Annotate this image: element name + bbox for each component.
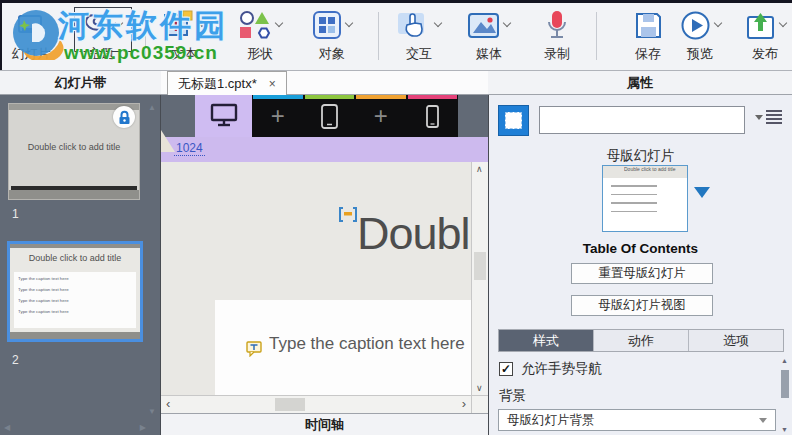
- vertical-scrollbar-thumb[interactable]: [474, 252, 486, 280]
- slide-2-caption-line: Type the caption text here: [18, 287, 135, 293]
- slides-icon: [16, 6, 46, 44]
- media-icon: [468, 6, 510, 44]
- text-button[interactable]: 文本: [153, 6, 215, 68]
- master-slide-thumbnail[interactable]: Double click to add title: [602, 165, 688, 232]
- breakpoint-strip-blue: [253, 95, 303, 99]
- scroll-down-icon[interactable]: [148, 407, 156, 416]
- properties-panel-header: 属性: [488, 70, 792, 95]
- document-tab-title: 无标题1.cptx*: [178, 75, 257, 93]
- scroll-left-icon[interactable]: [166, 396, 170, 411]
- slide-2-footer-bar: [10, 332, 140, 339]
- toolbar-separator: [145, 12, 146, 60]
- master-slide-view-button[interactable]: 母版幻灯片视图: [571, 295, 713, 316]
- master-slide-dropdown-icon[interactable]: [694, 187, 710, 198]
- breakpoint-phone-tab[interactable]: [407, 95, 459, 137]
- master-thumb-line: [611, 202, 657, 204]
- scroll-left-icon[interactable]: [4, 423, 10, 432]
- record-label: 录制: [544, 45, 570, 63]
- tab-options[interactable]: 选项: [688, 330, 783, 351]
- filmstrip-panel: Double click to add title 1 Double click…: [0, 95, 161, 435]
- media-label: 媒体: [476, 45, 502, 63]
- background-dropdown-value: 母版幻灯片背景: [507, 412, 595, 429]
- monitor-icon: [209, 103, 239, 129]
- master-thumb-line: [611, 211, 657, 213]
- preview-icon: [680, 6, 721, 44]
- scroll-up-icon[interactable]: [781, 357, 788, 364]
- chevron-down-icon: [713, 19, 721, 27]
- close-icon[interactable]: ×: [269, 77, 276, 91]
- scrollbar-corner: [471, 395, 488, 413]
- slide-title-placeholder[interactable]: Double click to add title: [357, 208, 471, 260]
- slide-2-title-placeholder: Double click to add title: [10, 248, 140, 268]
- window-left-edge: [0, 0, 2, 70]
- document-tab[interactable]: 无标题1.cptx* ×: [167, 71, 287, 96]
- properties-tabs: 样式 动作 选项: [498, 329, 784, 352]
- slide-caption-placeholder[interactable]: Type the caption text here: [269, 334, 465, 354]
- slide-1-thumbnail[interactable]: Double click to add title: [8, 103, 140, 200]
- canvas-vertical-scrollbar[interactable]: [471, 162, 488, 395]
- scroll-down-icon[interactable]: [476, 383, 483, 393]
- canvas-horizontal-scrollbar[interactable]: [161, 395, 471, 413]
- gesture-checkbox[interactable]: ✓: [499, 362, 513, 376]
- publish-button[interactable]: 发布: [739, 6, 791, 68]
- properties-title: 属性: [627, 74, 653, 92]
- media-button[interactable]: 媒体: [459, 6, 519, 68]
- filmstrip-panel-header: 幻灯片带: [0, 70, 161, 95]
- properties-panel: 母版幻灯片 Double click to add title Table Of…: [488, 95, 792, 435]
- breakpoint-tablet-tab[interactable]: [304, 95, 356, 137]
- hamburger-icon: [766, 110, 782, 124]
- chevron-down-icon: [434, 19, 442, 27]
- scroll-right-icon[interactable]: [140, 423, 146, 432]
- panel-menu-icon[interactable]: [755, 110, 782, 124]
- slide-canvas[interactable]: Double click to add title Type the capti…: [161, 162, 471, 395]
- slide-1-title-placeholder: Double click to add title: [9, 142, 139, 152]
- slide-1-number: 1: [12, 207, 19, 221]
- interactions-button[interactable]: 交互: [390, 6, 448, 68]
- timeline-panel-header[interactable]: 时间轴: [161, 413, 488, 435]
- breakpoint-width-handle[interactable]: 1024: [174, 141, 205, 156]
- checkmark-icon: ✓: [501, 363, 511, 375]
- tab-actions[interactable]: 动作: [593, 330, 688, 351]
- properties-scrollbar-thumb[interactable]: [781, 370, 789, 398]
- lock-icon[interactable]: [113, 106, 135, 128]
- slide-name-input[interactable]: [539, 106, 745, 134]
- publish-icon: [745, 6, 786, 44]
- background-dropdown[interactable]: 母版幻灯片背景: [498, 409, 776, 431]
- objects-label: 对象: [319, 45, 345, 63]
- reset-master-slide-button[interactable]: 重置母版幻灯片: [571, 263, 713, 284]
- scroll-down-icon[interactable]: [781, 426, 788, 433]
- chevron-down-icon: [778, 19, 786, 27]
- caption-placeholder-icon: [246, 341, 263, 361]
- scroll-up-icon[interactable]: [148, 103, 156, 112]
- gesture-checkbox-label: 允许手势导航: [521, 360, 602, 378]
- scroll-up-icon[interactable]: [476, 164, 483, 174]
- breakpoint-ruler: 1024: [161, 137, 488, 162]
- plus-icon: [374, 104, 388, 128]
- slide-2-caption-line: Type the caption text here: [18, 276, 135, 282]
- save-button[interactable]: 保存: [619, 6, 677, 68]
- slide-caption-box[interactable]: Type the caption text here: [215, 300, 471, 395]
- slide-2-caption-line: Type the caption text here: [18, 309, 135, 315]
- add-breakpoint-button[interactable]: [355, 95, 407, 137]
- shapes-icon: [238, 6, 282, 44]
- master-slide-name: Table Of Contents: [489, 241, 792, 256]
- properties-scrollbar[interactable]: [779, 357, 791, 433]
- text-icon: [163, 6, 205, 44]
- horizontal-scrollbar-thumb[interactable]: [275, 398, 305, 411]
- preview-button[interactable]: 预览: [671, 6, 729, 68]
- record-button[interactable]: 录制: [529, 6, 585, 68]
- breakpoint-strip-orange: [356, 95, 406, 99]
- objects-button[interactable]: 对象: [301, 6, 363, 68]
- plus-icon: [271, 104, 285, 128]
- shapes-button[interactable]: 形状: [228, 6, 292, 68]
- scroll-right-icon[interactable]: [462, 396, 466, 411]
- breakpoint-desktop-tab[interactable]: [195, 95, 252, 137]
- slide-2-thumbnail-selected[interactable]: Double click to add title Type the capti…: [7, 241, 143, 342]
- shapes-label: 形状: [247, 45, 273, 63]
- slides-button[interactable]: 幻灯片: [2, 6, 60, 68]
- tab-style[interactable]: 样式: [499, 330, 593, 351]
- interactions-label: 交互: [406, 45, 432, 63]
- chevron-down-icon: [345, 19, 353, 27]
- add-breakpoint-button[interactable]: [252, 95, 304, 137]
- filmstrip-title: 幻灯片带: [55, 74, 107, 92]
